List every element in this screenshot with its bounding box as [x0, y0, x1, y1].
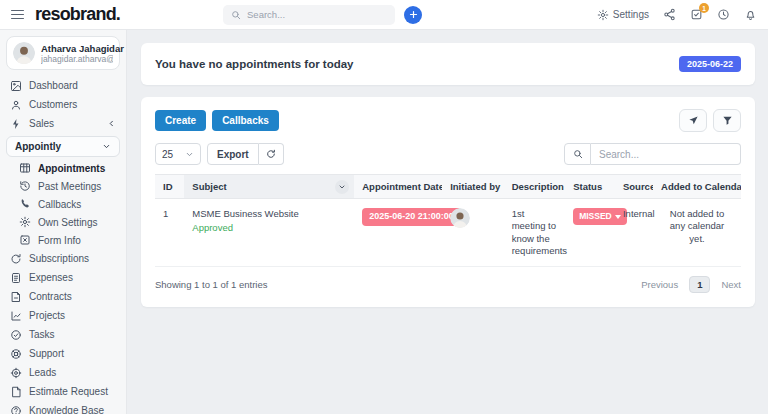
cell-added-to-calendars: Not added to any calendar yet. [653, 199, 741, 267]
column-header-source[interactable]: Source [615, 175, 653, 199]
sidebar-item-subscriptions[interactable]: Subscriptions [0, 249, 126, 268]
export-button[interactable]: Export [207, 143, 259, 165]
cell-description: 1st meeting to know the requirements [504, 199, 566, 267]
global-search-input[interactable] [247, 9, 387, 20]
sidebar-item-projects[interactable]: Projects [0, 306, 126, 325]
appointments-table: IDSubjectAppointment DateInitiated byDes… [155, 174, 741, 267]
column-header-initiated-by[interactable]: Initiated by [442, 175, 504, 199]
cell-subject[interactable]: MSME Business Website Approved [184, 199, 354, 267]
sidebar-item-support[interactable]: Support [0, 344, 126, 363]
status-badge[interactable]: MISSED [573, 208, 627, 225]
customers-icon [10, 99, 22, 111]
sidebar-item-estimate-request[interactable]: Estimate Request [0, 382, 126, 401]
table-search [564, 143, 741, 165]
menu-icon[interactable] [11, 10, 24, 20]
refresh-button[interactable] [259, 143, 284, 165]
sidebar-item-tasks[interactable]: Tasks [0, 325, 126, 344]
knowledge-base-icon [10, 405, 22, 414]
sidebar-item-contracts[interactable]: Contracts [0, 287, 126, 306]
table-search-button[interactable] [564, 143, 591, 165]
sidebar-item-knowledge-base[interactable]: Knowledge Base [0, 401, 126, 414]
page-number-button[interactable]: 1 [689, 276, 710, 293]
subject-title[interactable]: MSME Business Website [192, 208, 298, 219]
column-menu-button[interactable] [335, 180, 349, 194]
sidebar-item-form-info[interactable]: Form Info [0, 231, 126, 249]
chevron-down-icon [338, 183, 346, 191]
sidebar: Atharva Jahagidar jahagidar.atharva@r...… [0, 30, 127, 414]
column-header-subject[interactable]: Subject [184, 175, 354, 199]
chevron-left-icon [107, 119, 116, 128]
create-button[interactable]: Create [155, 110, 206, 131]
past-meetings-icon [19, 180, 31, 192]
table-controls: 25 Export [155, 143, 741, 165]
banner-message: You have no appointments for today [155, 58, 354, 70]
sidebar-item-own-settings[interactable]: Own Settings [0, 213, 126, 231]
chevron-down-icon [102, 142, 111, 151]
estimate-request-icon [10, 386, 22, 398]
search-icon [231, 10, 241, 20]
appointments-icon [19, 162, 31, 174]
notification-count-badge: 1 [699, 3, 709, 13]
column-header-appointment-date[interactable]: Appointment Date [354, 175, 442, 199]
column-header-added-to-calendars[interactable]: Added to Calendars [653, 175, 741, 199]
bell-icon[interactable] [744, 8, 757, 21]
send-icon [688, 115, 699, 126]
table-footer: Showing 1 to 1 of 1 entries Previous 1 N… [155, 276, 741, 295]
sidebar-item-customers[interactable]: Customers [0, 95, 126, 114]
clock-icon[interactable] [717, 8, 730, 21]
contracts-icon [10, 291, 22, 303]
projects-icon [10, 310, 22, 322]
app-window: resobrand. Settings 1 [0, 0, 768, 414]
page-size-select[interactable]: 25 [155, 143, 201, 165]
previous-page-button[interactable]: Previous [641, 279, 678, 290]
user-name: Atharva Jahagidar [41, 43, 113, 54]
sidebar-item-sales[interactable]: Sales [0, 114, 126, 133]
global-search[interactable] [223, 5, 395, 25]
quick-add-button[interactable] [404, 6, 422, 24]
callbacks-icon [19, 198, 31, 210]
filter-icon [722, 115, 733, 126]
main-content: You have no appointments for today 2025-… [128, 30, 768, 414]
tasks-icon [10, 329, 22, 341]
dashboard-icon [10, 80, 22, 92]
tasks-tray-button[interactable]: 1 [690, 8, 703, 21]
table-search-input[interactable] [591, 143, 741, 165]
sidebar-item-dashboard[interactable]: Dashboard [0, 76, 126, 95]
cell-appointment-date: 2025-06-20 21:00:00 [354, 199, 442, 267]
sidebar-item-leads[interactable]: Leads [0, 363, 126, 382]
chevron-down-icon [185, 150, 194, 159]
search-icon [573, 149, 583, 159]
initiator-avatar[interactable] [450, 208, 470, 228]
sales-icon [10, 118, 22, 130]
today-date-badge: 2025-06-22 [679, 56, 741, 72]
appointment-date-badge: 2025-06-20 21:00:00 [362, 208, 461, 226]
sidebar-item-appointly[interactable]: Appointly [6, 136, 120, 157]
next-page-button[interactable]: Next [721, 279, 741, 290]
plus-icon [409, 10, 418, 19]
refresh-icon [266, 149, 276, 159]
callbacks-button[interactable]: Callbacks [212, 110, 279, 131]
table-header-row: IDSubjectAppointment DateInitiated byDes… [155, 175, 741, 199]
share-icon[interactable] [663, 8, 676, 21]
table-row[interactable]: 1 MSME Business Website Approved 2025-06… [155, 199, 741, 267]
user-profile-card[interactable]: Atharva Jahagidar jahagidar.atharva@r... [6, 36, 120, 70]
sidebar-nav: DashboardCustomersSalesAppointlyAppointm… [0, 76, 126, 414]
column-header-description[interactable]: Description [504, 175, 566, 199]
sidebar-item-past-meetings[interactable]: Past Meetings [0, 177, 126, 195]
form-info-icon [19, 234, 31, 246]
sidebar-item-appointments[interactable]: Appointments [0, 159, 126, 177]
filter-button[interactable] [713, 109, 741, 132]
sidebar-item-callbacks[interactable]: Callbacks [0, 195, 126, 213]
settings-button[interactable]: Settings [597, 9, 649, 21]
user-email: jahagidar.atharva@r... [41, 54, 113, 64]
column-header-id[interactable]: ID [155, 175, 184, 199]
column-header-status[interactable]: Status [565, 175, 615, 199]
cell-status: MISSED [565, 199, 615, 267]
brand-logo: resobrand. [35, 4, 120, 25]
settings-label: Settings [613, 9, 649, 20]
sidebar-item-expenses[interactable]: Expenses [0, 268, 126, 287]
send-button[interactable] [679, 109, 707, 132]
cell-id: 1 [155, 199, 184, 267]
top-bar: resobrand. Settings 1 [0, 0, 768, 30]
support-icon [10, 348, 22, 360]
